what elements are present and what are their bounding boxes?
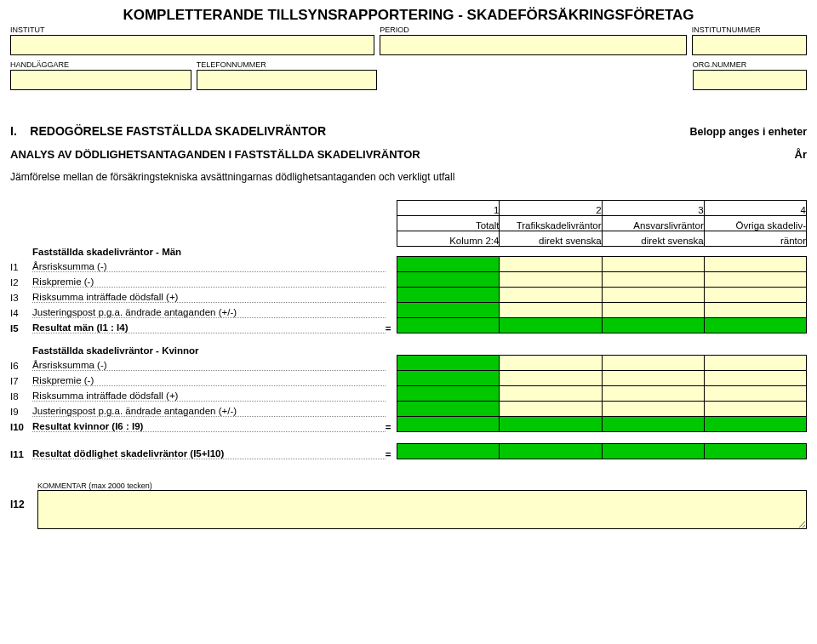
row-i9-cell-3[interactable] [602, 402, 704, 417]
row-i10-cell-3[interactable] [602, 417, 704, 432]
section-prefix: I. [10, 124, 17, 138]
institut-input[interactable] [10, 35, 374, 55]
row-i7-cell-3[interactable] [602, 371, 704, 386]
row-i3-cell-2[interactable] [500, 288, 602, 303]
row-i11-cell-2[interactable] [500, 444, 602, 459]
row-i11-cell-3[interactable] [602, 444, 704, 459]
row-i9-label: Justeringspost p.g.a. ändrade antaganden… [32, 402, 386, 417]
group-men-title-row: Fastställda skadelivräntor - Män [10, 247, 807, 257]
telefon-label: TELEFONNUMMER [197, 60, 378, 69]
row-i2-cell-1[interactable] [397, 272, 500, 288]
row-i7-cell-2[interactable] [500, 371, 602, 386]
row-i2-cell-3[interactable] [602, 272, 704, 288]
period-input[interactable] [380, 35, 687, 55]
col-num-1: 1 [397, 201, 500, 216]
row-i1-cell-1[interactable] [397, 257, 500, 272]
row-i5-cell-1[interactable] [397, 318, 500, 333]
row-i7-code: I7 [10, 371, 32, 386]
col-h1-4: Övriga skadeliv- [704, 216, 806, 231]
row-i4-cell-3[interactable] [602, 303, 704, 318]
row-i2-cell-4[interactable] [704, 272, 806, 288]
row-i6-cell-4[interactable] [704, 356, 806, 371]
row-i4: I4 Justeringspost p.g.a. ändrade antagan… [10, 303, 807, 318]
row-i11-cell-4[interactable] [704, 444, 806, 459]
row-i11: I11 Resultat dödlighet skadelivräntor (I… [10, 444, 807, 459]
row-i1-cell-2[interactable] [500, 257, 602, 272]
row-i5-code: I5 [10, 318, 32, 333]
row-i4-cell-1[interactable] [397, 303, 500, 318]
row-i6-cell-3[interactable] [602, 356, 704, 371]
row-i1-code: I1 [10, 257, 32, 272]
row-i5-eq: = [386, 318, 397, 333]
row-i5-label: Resultat män (I1 : I4) [32, 318, 386, 333]
institutnummer-input[interactable] [692, 35, 807, 55]
col-num-2: 2 [500, 201, 602, 216]
row-i11-eq: = [386, 444, 397, 459]
comment-block: I12 [10, 490, 807, 529]
row-i9-cell-1[interactable] [397, 402, 500, 417]
row-i8-cell-4[interactable] [704, 386, 806, 402]
subsection-title: ANALYS AV DÖDLIGHETSANTAGANDEN I FASTSTÄ… [10, 148, 420, 161]
telefon-input[interactable] [197, 70, 378, 90]
row-i3-label: Risksumma inträffade dödsfall (+) [32, 288, 386, 303]
row-i7: I7 Riskpremie (-) [10, 371, 807, 386]
row-i4-cell-2[interactable] [500, 303, 602, 318]
year-label: År [795, 148, 807, 161]
orgnummer-label: ORG.NUMMER [693, 60, 807, 69]
row-i2: I2 Riskpremie (-) [10, 272, 807, 288]
row-i3-cell-3[interactable] [602, 288, 704, 303]
row-i3: I3 Risksumma inträffade dödsfall (+) [10, 288, 807, 303]
row-i1-cell-4[interactable] [704, 257, 806, 272]
row-i3-cell-1[interactable] [397, 288, 500, 303]
col-h2-4: räntor [704, 231, 806, 247]
row-i5-cell-3[interactable] [602, 318, 704, 333]
row-i8-cell-2[interactable] [500, 386, 602, 402]
col-h1-1: Totalt [397, 216, 500, 231]
row-i11-code: I11 [10, 444, 32, 459]
row-i10-cell-4[interactable] [704, 417, 806, 432]
row-i3-cell-4[interactable] [704, 288, 806, 303]
col-h1-2: Trafikskadelivräntor [500, 216, 602, 231]
row-i1-label: Årsrisksumma (-) [32, 257, 386, 272]
row-i7-cell-1[interactable] [397, 371, 500, 386]
row-i5-cell-2[interactable] [500, 318, 602, 333]
row-i10-code: I10 [10, 417, 32, 432]
col-num-4: 4 [704, 201, 806, 216]
row-i10-cell-2[interactable] [500, 417, 602, 432]
row-i4-code: I4 [10, 303, 32, 318]
header-row-1: INSTITUT PERIOD INSTITUTNUMMER [10, 26, 807, 55]
row-i6-cell-1[interactable] [397, 356, 500, 371]
section-header: I. REDOGÖRELSE FASTSTÄLLDA SKADELIVRÄNTO… [10, 124, 807, 138]
row-i7-label: Riskpremie (-) [32, 371, 386, 386]
row-i9-cell-2[interactable] [500, 402, 602, 417]
row-i11-cell-1[interactable] [397, 444, 500, 459]
column-header-row-1: Totalt Trafikskadelivräntor Ansvarslivrä… [10, 216, 807, 231]
row-i4-cell-4[interactable] [704, 303, 806, 318]
row-i1-cell-3[interactable] [602, 257, 704, 272]
row-i8-cell-1[interactable] [397, 386, 500, 402]
row-i6-cell-2[interactable] [500, 356, 602, 371]
row-i6-label: Årsrisksumma (-) [32, 356, 386, 371]
period-label: PERIOD [380, 26, 687, 34]
row-i7-cell-4[interactable] [704, 371, 806, 386]
handlaggare-input[interactable] [10, 70, 191, 90]
data-grid: 1 2 3 4 Totalt Trafikskadelivräntor Ansv… [10, 200, 807, 459]
row-i5-cell-4[interactable] [704, 318, 806, 333]
group-women-title: Fastställda skadelivräntor - Kvinnor [32, 345, 386, 356]
row-i6-code: I6 [10, 356, 32, 371]
row-i10-cell-1[interactable] [397, 417, 500, 432]
column-header-row-2: Kolumn 2:4 direkt svenska direkt svenska… [10, 231, 807, 247]
row-i8-cell-3[interactable] [602, 386, 704, 402]
comment-textarea[interactable] [37, 490, 807, 529]
section-note: Belopp anges i enheter [689, 126, 807, 138]
institut-label: INSTITUT [10, 26, 374, 34]
col-num-3: 3 [602, 201, 704, 216]
row-i2-cell-2[interactable] [500, 272, 602, 288]
subsection-row: ANALYS AV DÖDLIGHETSANTAGANDEN I FASTSTÄ… [10, 148, 807, 161]
row-i9: I9 Justeringspost p.g.a. ändrade antagan… [10, 402, 807, 417]
row-i9-cell-4[interactable] [704, 402, 806, 417]
row-i1: I1 Årsrisksumma (-) [10, 257, 807, 272]
orgnummer-input[interactable] [693, 70, 807, 90]
col-h2-1: Kolumn 2:4 [397, 231, 500, 247]
row-i2-code: I2 [10, 272, 32, 288]
